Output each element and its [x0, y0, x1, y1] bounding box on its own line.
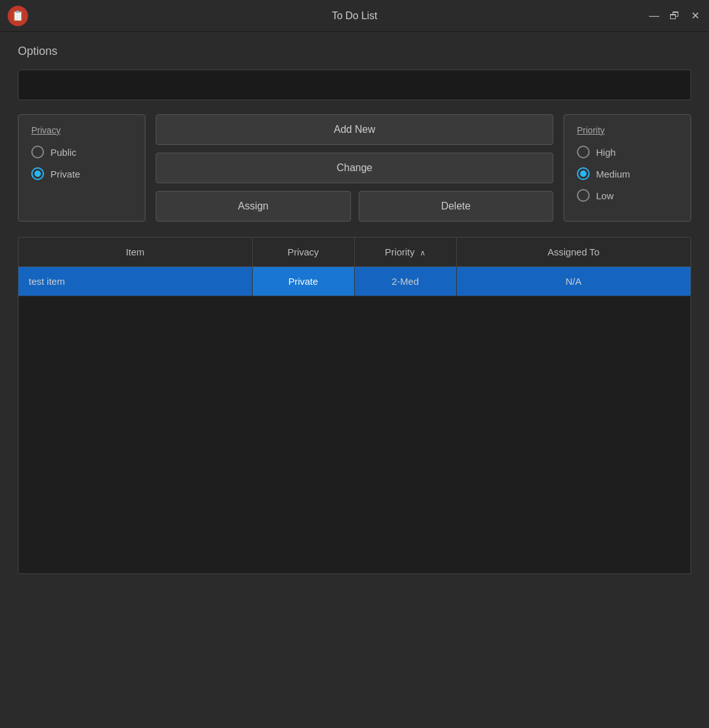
cell-assigned-to: N/A [457, 267, 691, 296]
buttons-panel: Add New Change Assign Delete [156, 114, 553, 222]
privacy-radio-public [31, 146, 44, 158]
titlebar: 📋 To Do List — 🗗 ✕ [0, 0, 709, 32]
table-header: Item Privacy Priority ∧ Assigned To [19, 238, 690, 267]
cell-privacy: Private [253, 267, 355, 296]
priority-option-high[interactable]: High [577, 146, 678, 158]
col-header-assigned-to[interactable]: Assigned To [457, 238, 691, 266]
privacy-option-private[interactable]: Private [31, 167, 132, 180]
priority-label-medium: Medium [596, 169, 630, 179]
close-button[interactable]: ✕ [689, 10, 701, 22]
priority-col-label: Priority [385, 246, 415, 257]
priority-option-low[interactable]: Low [577, 189, 678, 202]
col-header-item[interactable]: Item [19, 238, 253, 266]
col-header-privacy[interactable]: Privacy [253, 238, 355, 266]
priority-label-low: Low [596, 190, 614, 201]
priority-radio-group: High Medium Low [577, 146, 678, 202]
privacy-radio-group: Public Private [31, 146, 132, 180]
app-icon: 📋 [8, 6, 28, 26]
privacy-label-private: Private [50, 169, 80, 179]
privacy-label-public: Public [50, 147, 77, 158]
col-header-priority[interactable]: Priority ∧ [355, 238, 457, 266]
table-body: test item Private 2-Med N/A [19, 267, 690, 573]
change-button[interactable]: Change [156, 153, 553, 183]
cell-item: test item [19, 267, 253, 296]
search-input[interactable] [18, 70, 691, 100]
data-table: Item Privacy Priority ∧ Assigned To test… [18, 237, 691, 574]
privacy-panel-title: Privacy [31, 125, 132, 135]
titlebar-left: 📋 [8, 6, 28, 26]
main-content: Options Privacy Public Private Add New C… [0, 32, 709, 587]
titlebar-controls: — 🗗 ✕ [648, 10, 701, 22]
controls-row: Privacy Public Private Add New Change As… [18, 114, 691, 222]
assign-button[interactable]: Assign [156, 191, 351, 222]
priority-panel-title: Priority [577, 125, 678, 135]
priority-radio-low [577, 189, 590, 202]
table-row[interactable]: test item Private 2-Med N/A [19, 267, 690, 296]
assign-delete-row: Assign Delete [156, 191, 553, 222]
minimize-button[interactable]: — [648, 10, 660, 22]
options-heading: Options [18, 45, 691, 58]
privacy-panel: Privacy Public Private [18, 114, 146, 222]
cell-priority: 2-Med [355, 267, 457, 296]
priority-sort-arrow: ∧ [420, 248, 426, 257]
add-new-button[interactable]: Add New [156, 114, 553, 145]
privacy-radio-private [31, 167, 44, 180]
priority-label-high: High [596, 147, 616, 158]
priority-radio-high [577, 146, 590, 158]
priority-panel: Priority High Medium Low [563, 114, 691, 222]
delete-button[interactable]: Delete [359, 191, 554, 222]
priority-radio-medium [577, 167, 590, 180]
priority-option-medium[interactable]: Medium [577, 167, 678, 180]
privacy-option-public[interactable]: Public [31, 146, 132, 158]
maximize-button[interactable]: 🗗 [668, 10, 681, 22]
window-title: To Do List [332, 10, 377, 22]
